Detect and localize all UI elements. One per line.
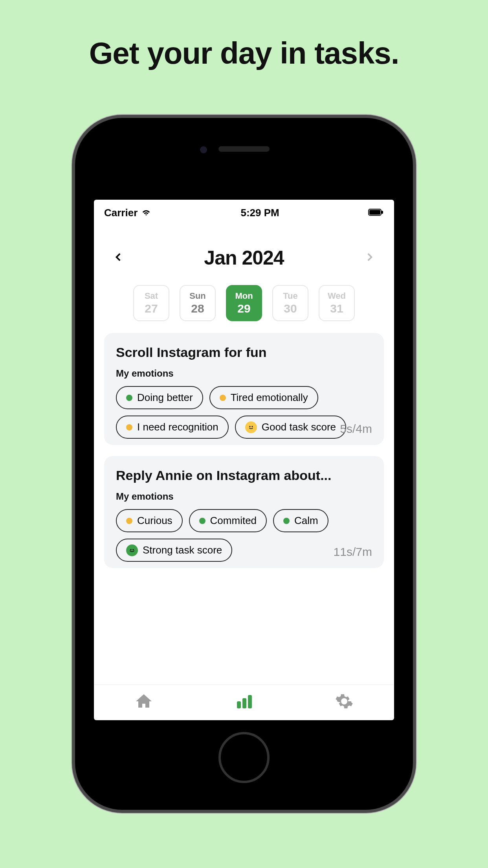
dot-icon <box>126 395 132 401</box>
emotion-chip[interactable]: I need recognition <box>116 416 229 439</box>
chip-label: Strong task score <box>143 544 222 556</box>
svg-rect-8 <box>242 698 246 708</box>
task-card[interactable]: Scroll Instagram for fun My emotions Doi… <box>104 333 384 445</box>
day-wed[interactable]: Wed 31 <box>319 285 355 321</box>
carrier-label: Carrier <box>104 207 138 219</box>
phone-bezel: Carrier 5:29 PM Jan 2024 <box>86 129 402 799</box>
day-sat[interactable]: Sat 27 <box>133 285 169 321</box>
chip-label: Doing better <box>137 392 193 404</box>
tab-home[interactable] <box>134 692 153 712</box>
day-dow: Sun <box>189 291 206 301</box>
month-nav: Jan 2024 <box>94 223 394 281</box>
chip-label: Good task score <box>262 421 336 433</box>
smile-icon <box>126 544 138 556</box>
phone-frame: Carrier 5:29 PM Jan 2024 <box>75 118 413 810</box>
svg-point-3 <box>249 426 250 427</box>
next-month-button[interactable] <box>364 252 374 264</box>
score-chip[interactable]: Strong task score <box>116 539 232 562</box>
prev-month-button[interactable] <box>114 252 124 264</box>
emotion-chip[interactable]: Doing better <box>116 386 203 409</box>
app-screen: Carrier 5:29 PM Jan 2024 <box>94 200 394 720</box>
dot-icon <box>283 518 290 524</box>
month-label: Jan 2024 <box>204 246 284 269</box>
chip-label: Tired emotionally <box>231 392 308 404</box>
day-num: 27 <box>145 302 158 315</box>
task-cards: Scroll Instagram for fun My emotions Doi… <box>94 333 394 684</box>
status-time: 5:29 PM <box>241 207 279 219</box>
svg-rect-1 <box>369 210 380 215</box>
day-sun[interactable]: Sun 28 <box>180 285 216 321</box>
dot-icon <box>220 395 226 401</box>
status-bar: Carrier 5:29 PM <box>94 200 394 223</box>
day-dow: Tue <box>283 291 297 301</box>
emotions-label: My emotions <box>116 491 372 502</box>
svg-rect-2 <box>382 211 383 214</box>
svg-rect-9 <box>248 695 252 708</box>
speaker-slot <box>218 146 270 152</box>
emotion-chip[interactable]: Curious <box>116 509 183 532</box>
chip-label: I need recognition <box>137 421 218 433</box>
chip-label: Calm <box>294 515 318 527</box>
emotion-chip[interactable]: Commited <box>189 509 267 532</box>
day-num: 29 <box>237 302 250 315</box>
day-strip[interactable]: Sat 27 Sun 28 Mon 29 Tue 30 Wed 31 <box>94 281 394 333</box>
day-dow: Wed <box>328 291 346 301</box>
emotions-label: My emotions <box>116 368 372 379</box>
day-num: 30 <box>284 302 297 315</box>
svg-point-5 <box>130 549 131 550</box>
task-title: Scroll Instagram for fun <box>116 345 372 360</box>
dot-icon <box>126 518 132 524</box>
smile-icon <box>245 421 257 433</box>
wifi-icon <box>141 207 152 219</box>
svg-rect-7 <box>237 701 241 708</box>
day-dow: Sat <box>145 291 158 301</box>
day-tue[interactable]: Tue 30 <box>272 285 308 321</box>
svg-point-4 <box>251 426 253 427</box>
emotion-chip[interactable]: Calm <box>273 509 328 532</box>
day-num: 31 <box>330 302 343 315</box>
score-chip[interactable]: Good task score <box>235 416 346 439</box>
task-title: Reply Annie on Instagram about... <box>116 468 372 483</box>
battery-icon <box>368 207 384 219</box>
tab-settings[interactable] <box>335 692 354 712</box>
tab-bar <box>94 684 394 720</box>
day-num: 28 <box>191 302 204 315</box>
chip-label: Curious <box>137 515 172 527</box>
day-mon-active[interactable]: Mon 29 <box>226 285 262 321</box>
emotion-chips: Doing better Tired emotionally I need re… <box>116 386 372 439</box>
tab-stats-active[interactable] <box>235 692 253 712</box>
svg-point-6 <box>132 549 134 550</box>
task-card[interactable]: Reply Annie on Instagram about... My emo… <box>104 456 384 568</box>
chip-label: Commited <box>210 515 257 527</box>
page-headline: Get your day in tasks. <box>0 0 488 71</box>
day-dow: Mon <box>235 291 253 301</box>
dot-icon <box>199 518 205 524</box>
dot-icon <box>126 424 132 430</box>
home-button[interactable] <box>218 732 270 783</box>
camera-dot <box>200 146 207 153</box>
emotion-chip[interactable]: Tired emotionally <box>209 386 318 409</box>
